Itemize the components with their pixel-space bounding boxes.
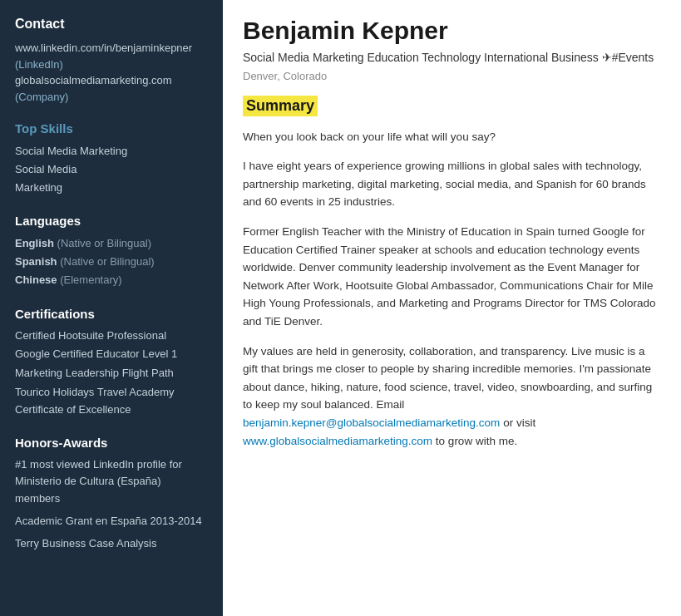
contact-title: Contact [15,17,208,32]
summary-para-4: My values are held in generosity, collab… [243,342,661,451]
skill-item-1: Social Media Marketing [15,142,208,160]
company-link[interactable]: (Company) [15,91,68,103]
honors-title: Honors-Awards [15,436,208,450]
contact-section: Contact www.linkedin.com/in/benjaminkepn… [15,17,208,105]
summary-para-3: Former English Teacher with the Ministry… [243,223,661,331]
skill-item-3: Marketing [15,179,208,197]
skill-item-2: Social Media [15,160,208,179]
languages-title: Languages [15,214,208,228]
language-name-spanish: Spanish [15,255,57,268]
linkedin-link[interactable]: (LinkedIn) [15,58,63,71]
contact-info: www.linkedin.com/in/benjaminkepner (Link… [15,40,208,105]
company-url: globalsocialmediamarketing.com [15,74,172,86]
website-link[interactable]: www.globalsocialmediamarketing.com [243,435,432,447]
main-content: Benjamin Kepner Social Media Marketing E… [223,0,681,616]
honors-section: Honors-Awards #1 most viewed LinkedIn pr… [15,436,208,553]
cert-item-1: Certified Hootsuite Professional [15,328,208,345]
top-skills-title: Top Skills [15,121,208,136]
sidebar: Contact www.linkedin.com/in/benjaminkepn… [0,0,223,616]
linkedin-url: www.linkedin.com/in/benjaminkepner [15,42,192,54]
language-level-english: (Native or Bilingual) [57,237,151,249]
email-link[interactable]: benjamin.kepner@globalsocialmediamarketi… [243,416,500,429]
certifications-title: Certifications [15,307,208,321]
cert-item-3: Marketing Leadership Flight Path [15,365,208,382]
summary-para-1: When you look back on your life what wil… [243,128,661,146]
profile-headline: Social Media Marketing Education Technol… [243,50,661,67]
profile-name: Benjamin Kepner [243,17,661,45]
language-name-chinese: Chinese [15,274,57,286]
language-name-english: English [15,237,54,249]
top-skills-section: Top Skills Social Media Marketing Social… [15,121,208,197]
cert-item-2: Google Certified Educator Level 1 [15,346,208,363]
summary-heading: Summary [243,96,318,116]
summary-para-2: I have eight years of experience growing… [243,157,661,211]
profile-location: Denver, Colorado [243,70,661,82]
languages-section: Languages English (Native or Bilingual) … [15,214,208,289]
cert-item-4: Tourico Holidays Travel Academy Certific… [15,384,208,419]
honor-item-3: Terry Business Case Analysis [15,535,208,553]
certifications-section: Certifications Certified Hootsuite Profe… [15,307,208,419]
language-item-chinese: Chinese (Elementary) [15,271,208,289]
language-item-english: English (Native or Bilingual) [15,234,208,253]
language-level-spanish: (Native or Bilingual) [60,255,154,268]
language-level-chinese: (Elementary) [60,274,121,286]
language-item-spanish: Spanish (Native or Bilingual) [15,253,208,271]
honor-item-2: Academic Grant en España 2013-2014 [15,513,208,530]
honor-item-1: #1 most viewed LinkedIn profile for Mini… [15,456,208,508]
